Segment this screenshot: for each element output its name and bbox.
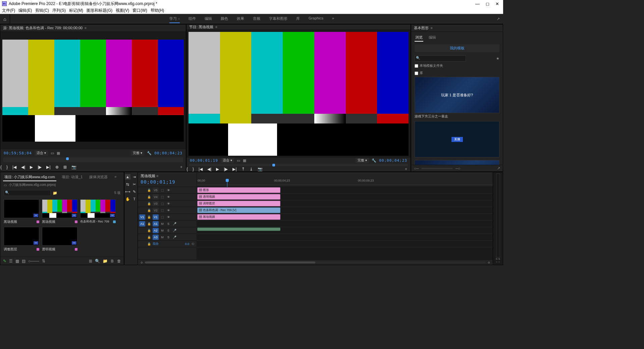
- menu-sequence[interactable]: 序列(S): [52, 8, 66, 13]
- solo-icon[interactable]: S: [166, 229, 171, 232]
- overwrite-icon[interactable]: ⊞: [63, 165, 67, 169]
- panel-menu-icon[interactable]: ≡: [431, 26, 433, 30]
- voice-icon[interactable]: 🎤: [172, 236, 177, 239]
- voice-icon[interactable]: 🎤: [172, 229, 177, 232]
- lock-icon[interactable]: 🔒: [147, 229, 151, 232]
- timeline-ruler[interactable]: 00;00 00;00;04;23 00;00;09;23: [197, 172, 493, 187]
- track-header-v4[interactable]: 🔒V4⬚👁: [138, 194, 197, 200]
- track-header-a1[interactable]: A1🔒A1MS🎤: [138, 220, 197, 227]
- hand-tool-icon[interactable]: ✋: [125, 196, 130, 202]
- project-item[interactable]: ▭ 透明视频: [42, 227, 77, 252]
- eg-search-input[interactable]: [415, 55, 466, 61]
- voice-icon[interactable]: 🎤: [172, 222, 177, 226]
- program-tc-out[interactable]: 00;00;04;23: [379, 158, 407, 163]
- source-safe-margins-icon[interactable]: ▭: [51, 151, 54, 155]
- zoom-handle-left[interactable]: ○: [141, 260, 143, 264]
- mute-icon[interactable]: M: [160, 229, 165, 232]
- program-settings-icon[interactable]: ▦: [243, 158, 246, 163]
- audio-meters[interactable]: S S ○ ○: [493, 172, 503, 265]
- project-item[interactable]: ▭ 调整图层: [4, 227, 39, 252]
- toggle-output-icon[interactable]: ⬚: [160, 189, 165, 192]
- workspace-tab-assembly[interactable]: 组件: [189, 15, 196, 23]
- zoom-handle-right[interactable]: ○: [488, 260, 490, 264]
- freeform-view-icon[interactable]: ▤: [22, 259, 25, 263]
- source-time-ruler[interactable]: [3, 157, 183, 162]
- eye-icon[interactable]: 👁: [166, 195, 171, 199]
- timeline-timecode[interactable]: 00;00;01;19: [141, 179, 194, 185]
- clip-colorbars[interactable]: ▦ 色条和色调 - Rec 709 [V]: [197, 207, 280, 213]
- source-patch[interactable]: A1: [139, 221, 145, 227]
- go-in-icon[interactable]: |◀: [12, 165, 16, 169]
- export-frame-icon[interactable]: 📷: [258, 167, 263, 171]
- play-icon[interactable]: ▶: [30, 165, 33, 169]
- track-header-v5[interactable]: 🔒V5⬚👁: [138, 187, 197, 194]
- extract-icon[interactable]: ⤓: [250, 167, 253, 171]
- source-tc-out[interactable]: 00;00;04;23: [154, 151, 182, 155]
- project-item[interactable]: ▭ 色条和色调 - Rec 709: [80, 199, 116, 224]
- media-browser-tab[interactable]: 媒体浏览器: [88, 173, 109, 181]
- mute-icon[interactable]: M: [160, 222, 165, 226]
- type-tool-icon[interactable]: T: [132, 196, 137, 202]
- workspace-overflow-icon[interactable]: »: [332, 15, 334, 23]
- eg-tab-browse[interactable]: 浏览: [415, 34, 423, 42]
- workspace-tab-learn[interactable]: 学习≡: [169, 15, 180, 23]
- step-fwd-icon[interactable]: |▶: [38, 165, 42, 169]
- zoom-slider[interactable]: ○───: [28, 259, 39, 263]
- template-item[interactable]: 玩家 1 是否准备好? 游戏下方三分之一靠左: [415, 77, 499, 120]
- source-tc-in[interactable]: 00;59;58;04: [4, 151, 32, 155]
- panel-menu-icon[interactable]: ≡: [85, 26, 87, 30]
- lock-icon[interactable]: 🔒: [147, 195, 151, 199]
- write-icon[interactable]: ✎: [3, 259, 6, 263]
- clip-adjustment[interactable]: ▦ 调整图层: [197, 201, 280, 206]
- source-resolution-dropdown[interactable]: 完整 ▾: [131, 150, 144, 156]
- menu-edit[interactable]: 编辑(E): [18, 8, 32, 13]
- toggle-output-icon[interactable]: ⬚: [160, 202, 165, 205]
- source-fit-dropdown[interactable]: 适合 ▾: [35, 150, 48, 156]
- timeline-track-area[interactable]: ▦ 图形 ▦ 透明视频 ▦ 调整图层 ▦ 色条和色调 - Rec 709 [V]…: [197, 187, 493, 259]
- eye-icon[interactable]: 👁: [166, 215, 171, 219]
- menu-help[interactable]: 帮助(H): [151, 8, 164, 13]
- clip-graphic[interactable]: ▦ 图形: [197, 187, 280, 193]
- program-time-ruler[interactable]: [189, 164, 408, 166]
- favorites-icon[interactable]: ★: [496, 56, 499, 61]
- toggle-output-icon[interactable]: ⬚: [160, 195, 165, 199]
- menu-window[interactable]: 窗口(W): [132, 8, 147, 13]
- slip-tool-icon[interactable]: ⟷: [125, 189, 130, 194]
- menu-marker[interactable]: 标记(M): [69, 8, 83, 13]
- track-header-v2[interactable]: 🔒V2⬚👁: [138, 207, 197, 214]
- program-monitor-view[interactable]: [186, 30, 411, 158]
- eg-zoom-slider[interactable]: [421, 168, 453, 169]
- workspace-tab-audio[interactable]: 音频: [253, 15, 260, 23]
- go-out-icon[interactable]: ▶|: [46, 165, 50, 169]
- insert-icon[interactable]: ⊕: [55, 165, 59, 169]
- source-patch[interactable]: V1: [139, 214, 145, 220]
- lock-icon[interactable]: 🔒: [147, 222, 151, 226]
- mark-in-icon[interactable]: {: [186, 167, 188, 171]
- my-templates-button[interactable]: 我的模板: [415, 44, 499, 52]
- lock-icon[interactable]: 🔒: [147, 242, 151, 246]
- workspace-tab-effects[interactable]: 效果: [237, 15, 244, 23]
- source-monitor-view[interactable]: [0, 32, 186, 149]
- menu-view[interactable]: 视图(V): [116, 8, 129, 13]
- mute-icon[interactable]: M: [160, 236, 165, 239]
- template-item[interactable]: 直播: [415, 121, 499, 159]
- close-button[interactable]: ✕: [495, 1, 499, 6]
- solo-icon[interactable]: ○ ○: [496, 260, 500, 263]
- find-icon[interactable]: 🔍: [95, 259, 100, 263]
- list-view-icon[interactable]: ☰: [9, 259, 13, 263]
- ripple-tool-icon[interactable]: ⇆: [125, 182, 130, 187]
- local-templates-checkbox[interactable]: 本地模板文件夹: [411, 62, 503, 69]
- eg-zoom-out[interactable]: ○─: [414, 166, 419, 170]
- sort-icon[interactable]: ⇅: [42, 259, 45, 263]
- track-header-a3[interactable]: 🔒A3MS🎤: [138, 234, 197, 241]
- go-in-icon[interactable]: |◀: [199, 167, 203, 171]
- export-frame-icon[interactable]: 📷: [71, 165, 76, 169]
- lock-icon[interactable]: 🔒: [147, 215, 151, 219]
- project-search-input[interactable]: [4, 190, 51, 196]
- workspace-tab-graphics[interactable]: Graphics: [309, 15, 323, 23]
- program-fit-dropdown[interactable]: 适合 ▾: [221, 158, 234, 163]
- project-item[interactable]: ▭ 黑场视频: [4, 199, 39, 224]
- timeline-zoom-bar[interactable]: ○ ○: [138, 259, 493, 265]
- icon-view-icon[interactable]: ▦: [15, 259, 19, 263]
- menu-file[interactable]: 文件(F): [2, 8, 15, 13]
